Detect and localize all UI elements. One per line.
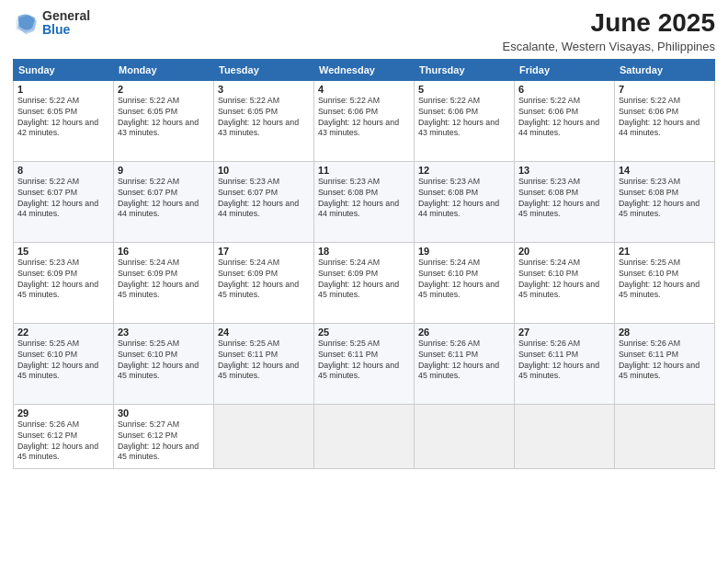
day-number: 24 <box>218 327 310 338</box>
calendar-cell: 16Sunrise: 5:24 AMSunset: 6:09 PMDayligh… <box>114 242 214 323</box>
calendar-cell <box>314 404 415 468</box>
location: Escalante, Western Visayas, Philippines <box>503 40 715 53</box>
day-info: Sunrise: 5:22 AMSunset: 6:07 PMDaylight:… <box>118 177 210 221</box>
day-of-week-header: Friday <box>515 59 615 80</box>
day-info: Sunrise: 5:27 AMSunset: 6:12 PMDaylight:… <box>118 419 210 464</box>
day-of-week-header: Thursday <box>415 59 515 80</box>
calendar-cell: 5Sunrise: 5:22 AMSunset: 6:06 PMDaylight… <box>415 80 515 161</box>
calendar-cell: 21Sunrise: 5:25 AMSunset: 6:10 PMDayligh… <box>615 242 715 323</box>
day-info: Sunrise: 5:22 AMSunset: 6:06 PMDaylight:… <box>619 96 711 140</box>
calendar-cell <box>415 404 515 468</box>
day-info: Sunrise: 5:22 AMSunset: 6:05 PMDaylight:… <box>17 96 109 140</box>
day-info: Sunrise: 5:23 AMSunset: 6:09 PMDaylight:… <box>17 258 109 302</box>
calendar-cell: 6Sunrise: 5:22 AMSunset: 6:06 PMDaylight… <box>515 80 615 161</box>
calendar-cell: 4Sunrise: 5:22 AMSunset: 6:06 PMDaylight… <box>314 80 415 161</box>
day-info: Sunrise: 5:24 AMSunset: 6:09 PMDaylight:… <box>118 258 210 302</box>
calendar-cell: 30Sunrise: 5:27 AMSunset: 6:12 PMDayligh… <box>114 404 214 468</box>
day-number: 6 <box>518 84 610 95</box>
calendar-cell: 2Sunrise: 5:22 AMSunset: 6:05 PMDaylight… <box>114 80 214 161</box>
calendar-cell: 15Sunrise: 5:23 AMSunset: 6:09 PMDayligh… <box>14 242 114 323</box>
day-number: 22 <box>17 327 109 338</box>
calendar-cell: 3Sunrise: 5:22 AMSunset: 6:05 PMDaylight… <box>214 80 314 161</box>
day-number: 5 <box>418 84 510 95</box>
day-of-week-header: Tuesday <box>214 59 314 80</box>
day-number: 16 <box>118 246 210 257</box>
calendar-cell <box>214 404 314 468</box>
calendar-week-row: 15Sunrise: 5:23 AMSunset: 6:09 PMDayligh… <box>14 242 715 323</box>
day-info: Sunrise: 5:23 AMSunset: 6:08 PMDaylight:… <box>418 177 510 221</box>
calendar-cell: 13Sunrise: 5:23 AMSunset: 6:08 PMDayligh… <box>515 161 615 242</box>
calendar-cell: 19Sunrise: 5:24 AMSunset: 6:10 PMDayligh… <box>415 242 515 323</box>
day-info: Sunrise: 5:25 AMSunset: 6:10 PMDaylight:… <box>118 339 210 383</box>
calendar-week-row: 29Sunrise: 5:26 AMSunset: 6:12 PMDayligh… <box>14 404 715 468</box>
day-number: 23 <box>118 327 210 338</box>
calendar-cell: 10Sunrise: 5:23 AMSunset: 6:07 PMDayligh… <box>214 161 314 242</box>
day-info: Sunrise: 5:24 AMSunset: 6:10 PMDaylight:… <box>418 258 510 302</box>
day-info: Sunrise: 5:24 AMSunset: 6:10 PMDaylight:… <box>518 258 610 302</box>
calendar-cell: 14Sunrise: 5:23 AMSunset: 6:08 PMDayligh… <box>615 161 715 242</box>
calendar-cell: 20Sunrise: 5:24 AMSunset: 6:10 PMDayligh… <box>515 242 615 323</box>
calendar-cell: 17Sunrise: 5:24 AMSunset: 6:09 PMDayligh… <box>214 242 314 323</box>
calendar-cell: 27Sunrise: 5:26 AMSunset: 6:11 PMDayligh… <box>515 323 615 404</box>
day-number: 12 <box>418 165 510 176</box>
calendar-cell: 7Sunrise: 5:22 AMSunset: 6:06 PMDaylight… <box>615 80 715 161</box>
logo-blue: Blue <box>42 22 70 37</box>
day-info: Sunrise: 5:22 AMSunset: 6:07 PMDaylight:… <box>17 177 109 221</box>
day-number: 18 <box>318 246 410 257</box>
header: General Blue June 2025 Escalante, Wester… <box>13 9 715 53</box>
day-number: 19 <box>418 246 510 257</box>
calendar-cell: 9Sunrise: 5:22 AMSunset: 6:07 PMDaylight… <box>114 161 214 242</box>
calendar-cell <box>615 404 715 468</box>
day-info: Sunrise: 5:24 AMSunset: 6:09 PMDaylight:… <box>218 258 310 302</box>
day-number: 11 <box>318 165 410 176</box>
day-number: 10 <box>218 165 310 176</box>
day-info: Sunrise: 5:25 AMSunset: 6:10 PMDaylight:… <box>17 339 109 383</box>
logo: General Blue <box>13 9 90 38</box>
day-info: Sunrise: 5:25 AMSunset: 6:11 PMDaylight:… <box>218 339 310 383</box>
month-title: June 2025 <box>503 9 715 38</box>
day-of-week-header: Sunday <box>14 59 114 80</box>
calendar-cell: 25Sunrise: 5:25 AMSunset: 6:11 PMDayligh… <box>314 323 415 404</box>
day-info: Sunrise: 5:23 AMSunset: 6:07 PMDaylight:… <box>218 177 310 221</box>
day-number: 3 <box>218 84 310 95</box>
calendar-cell: 26Sunrise: 5:26 AMSunset: 6:11 PMDayligh… <box>415 323 515 404</box>
logo-general: General <box>42 8 90 23</box>
day-info: Sunrise: 5:26 AMSunset: 6:11 PMDaylight:… <box>619 339 711 383</box>
day-number: 29 <box>17 408 109 419</box>
day-info: Sunrise: 5:23 AMSunset: 6:08 PMDaylight:… <box>619 177 711 221</box>
calendar-cell: 12Sunrise: 5:23 AMSunset: 6:08 PMDayligh… <box>415 161 515 242</box>
day-info: Sunrise: 5:25 AMSunset: 6:10 PMDaylight:… <box>619 258 711 302</box>
day-info: Sunrise: 5:26 AMSunset: 6:11 PMDaylight:… <box>518 339 610 383</box>
page: General Blue June 2025 Escalante, Wester… <box>0 0 728 563</box>
day-number: 20 <box>518 246 610 257</box>
title-block: June 2025 Escalante, Western Visayas, Ph… <box>503 9 715 53</box>
calendar-cell: 18Sunrise: 5:24 AMSunset: 6:09 PMDayligh… <box>314 242 415 323</box>
day-number: 14 <box>619 165 711 176</box>
day-number: 30 <box>118 408 210 419</box>
calendar-table: SundayMondayTuesdayWednesdayThursdayFrid… <box>13 59 715 469</box>
day-number: 9 <box>118 165 210 176</box>
day-info: Sunrise: 5:26 AMSunset: 6:11 PMDaylight:… <box>418 339 510 383</box>
calendar-cell: 8Sunrise: 5:22 AMSunset: 6:07 PMDaylight… <box>14 161 114 242</box>
day-of-week-header: Monday <box>114 59 214 80</box>
day-number: 25 <box>318 327 410 338</box>
day-info: Sunrise: 5:22 AMSunset: 6:06 PMDaylight:… <box>418 96 510 140</box>
calendar-week-row: 22Sunrise: 5:25 AMSunset: 6:10 PMDayligh… <box>14 323 715 404</box>
day-number: 28 <box>619 327 711 338</box>
calendar-cell: 29Sunrise: 5:26 AMSunset: 6:12 PMDayligh… <box>14 404 114 468</box>
day-number: 8 <box>17 165 109 176</box>
day-number: 1 <box>17 84 109 95</box>
day-number: 13 <box>518 165 610 176</box>
day-info: Sunrise: 5:22 AMSunset: 6:05 PMDaylight:… <box>218 96 310 140</box>
day-number: 21 <box>619 246 711 257</box>
day-info: Sunrise: 5:24 AMSunset: 6:09 PMDaylight:… <box>318 258 410 302</box>
day-info: Sunrise: 5:23 AMSunset: 6:08 PMDaylight:… <box>318 177 410 221</box>
calendar-week-row: 8Sunrise: 5:22 AMSunset: 6:07 PMDaylight… <box>14 161 715 242</box>
day-info: Sunrise: 5:25 AMSunset: 6:11 PMDaylight:… <box>318 339 410 383</box>
day-number: 26 <box>418 327 510 338</box>
day-info: Sunrise: 5:22 AMSunset: 6:05 PMDaylight:… <box>118 96 210 140</box>
day-number: 17 <box>218 246 310 257</box>
calendar-header-row: SundayMondayTuesdayWednesdayThursdayFrid… <box>14 59 715 80</box>
calendar-cell: 22Sunrise: 5:25 AMSunset: 6:10 PMDayligh… <box>14 323 114 404</box>
day-of-week-header: Wednesday <box>314 59 415 80</box>
